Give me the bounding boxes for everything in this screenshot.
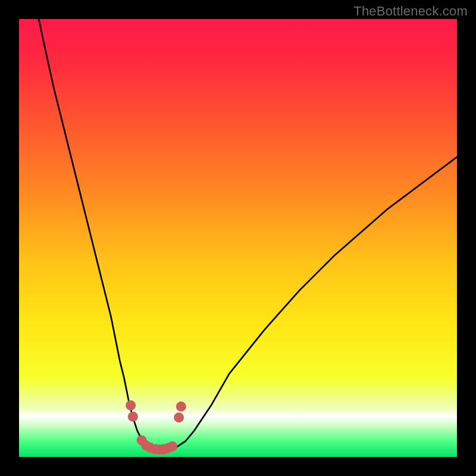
curve-marker: [167, 441, 177, 452]
watermark-text: TheBottleneck.com: [353, 4, 468, 19]
curve-marker: [128, 412, 138, 422]
chart-frame: TheBottleneck.com: [0, 0, 476, 476]
bottleneck-chart: [19, 19, 457, 457]
gradient-background: [19, 19, 457, 457]
curve-marker: [176, 402, 186, 412]
curve-marker: [174, 412, 184, 422]
curve-marker: [126, 400, 136, 411]
